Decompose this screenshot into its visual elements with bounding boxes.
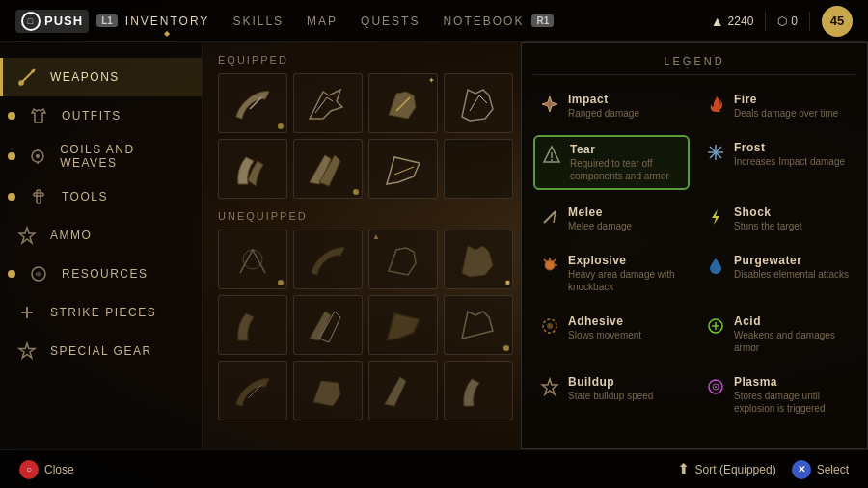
explosive-name: Explosive <box>568 254 684 267</box>
impact-name: Impact <box>568 93 639 106</box>
explosive-desc: Heavy area damage with knockback <box>568 268 684 293</box>
center-panel: EQUIPPED ✦ <box>203 42 521 449</box>
sidebar-item-strike-pieces[interactable]: STRIKE PIECES <box>0 293 202 332</box>
unequipped-slot-2[interactable] <box>293 230 363 289</box>
coils-dot <box>8 152 15 160</box>
legend-item-buildup: Buildup State buildup speed <box>533 369 690 420</box>
l1-badge: L1 <box>96 14 118 27</box>
legend-item-plasma: Plasma Stores damage until explosion is … <box>699 369 855 420</box>
frost-name: Frost <box>734 141 845 154</box>
unequipped-slot-9[interactable] <box>218 361 287 420</box>
resources-label: RESOURCES <box>62 267 149 281</box>
impact-icon <box>539 94 560 115</box>
sidebar-item-weapons[interactable]: WEAPONS <box>0 58 202 96</box>
svg-line-32 <box>544 259 547 262</box>
equipped-slot-2[interactable] <box>293 73 363 133</box>
level-badge: 45 <box>822 6 853 37</box>
unequipped-slot-6[interactable] <box>293 295 363 355</box>
top-navigation-bar: □ PUSH L1 INVENTORY SKILLS MAP QUESTS NO… <box>0 0 868 42</box>
unequipped-section-title: UNEQUIPPED <box>218 210 505 222</box>
nav-tabs: INVENTORY SKILLS MAP QUESTS NOTEBOOK <box>125 14 525 28</box>
plasma-icon <box>705 376 726 397</box>
unequipped-slot-4[interactable]: ■ <box>444 230 513 289</box>
unequipped-slot-8[interactable] <box>444 295 513 355</box>
unequipped-slot-3[interactable]: ▲ <box>368 230 438 289</box>
tab-map[interactable]: MAP <box>307 14 338 28</box>
select-label: Select <box>817 463 849 476</box>
stat-divider-2 <box>809 12 810 31</box>
unequipped-slot-7[interactable] <box>368 295 438 355</box>
sidebar-item-outfits[interactable]: OUTFITS <box>0 96 202 135</box>
equipped-slot-4[interactable] <box>444 73 513 133</box>
acid-desc: Weakens and damages armor <box>734 329 850 354</box>
unequipped-slot-10[interactable] <box>293 361 363 420</box>
close-button-icon[interactable]: ○ <box>19 460 39 479</box>
tab-quests[interactable]: QUESTS <box>361 14 420 28</box>
equipped-slot-7[interactable] <box>368 139 438 199</box>
legend-grid: Impact Ranged damage Fire Deals damage o… <box>533 87 855 420</box>
svg-rect-8 <box>34 193 43 196</box>
unequipped-slot-5[interactable] <box>218 295 287 355</box>
melee-name: Melee <box>568 205 632 219</box>
purgewater-name: Purgewater <box>734 254 849 267</box>
unequipped-slot-1[interactable] <box>218 230 287 289</box>
equipped-slot-1[interactable] <box>218 73 287 133</box>
equipped-slot-5[interactable] <box>218 139 287 199</box>
sidebar-item-ammo[interactable]: AMMO <box>0 216 202 255</box>
ammo-indicator: ✦ <box>428 76 435 85</box>
equipped-slot-3[interactable]: ✦ <box>368 73 438 133</box>
sidebar-item-special-gear[interactable]: SPECIAL GEAR <box>0 332 202 370</box>
slot-indicator <box>278 123 284 129</box>
fire-name: Fire <box>734 93 838 106</box>
equipped-slot-6[interactable] <box>293 139 363 199</box>
stat-divider <box>765 12 766 31</box>
svg-line-16 <box>394 167 414 175</box>
legend-panel: LEGEND Impact Ranged damage <box>521 42 868 449</box>
main-content: WEAPONS OUTFITS COILS AND WEAVES <box>0 42 868 449</box>
buildup-icon <box>539 376 560 397</box>
svg-point-17 <box>243 250 262 269</box>
svg-point-22 <box>551 159 553 161</box>
arrows-stat: ▲ 2240 <box>711 14 754 29</box>
outfits-icon <box>27 104 50 127</box>
resources-dot <box>8 270 15 278</box>
select-button-icon[interactable]: ✕ <box>792 460 811 479</box>
push-square-icon: □ <box>21 12 41 31</box>
acid-name: Acid <box>734 314 850 328</box>
tab-inventory[interactable]: INVENTORY <box>125 14 210 28</box>
tools-label: TooLs <box>62 190 108 203</box>
strike-pieces-label: STRIKE PIECES <box>50 306 156 319</box>
sidebar-item-tools[interactable]: TooLs <box>0 177 202 216</box>
tab-skills[interactable]: SKILLS <box>232 14 284 28</box>
coils-icon <box>27 145 48 168</box>
sidebar: WEAPONS OUTFITS COILS AND WEAVES <box>0 42 203 449</box>
svg-point-35 <box>547 323 553 329</box>
equipped-slot-8[interactable] <box>444 139 513 199</box>
resources-icon <box>27 262 50 285</box>
select-action[interactable]: ✕ Select <box>792 460 849 479</box>
adhesive-desc: Slows movement <box>568 329 641 341</box>
sidebar-item-resources[interactable]: RESOURCES <box>0 255 202 293</box>
frost-desc: Increases Impact damage <box>734 155 845 168</box>
close-action[interactable]: ○ Close <box>19 460 74 479</box>
slot-indicator <box>353 189 359 195</box>
special-gear-icon <box>15 339 39 363</box>
tools-icon <box>27 185 50 208</box>
unequipped-slot-11[interactable] <box>368 361 438 420</box>
frost-icon <box>705 142 726 163</box>
weapons-icon <box>15 66 39 89</box>
tear-name: Tear <box>570 143 682 156</box>
melee-desc: Melee damage <box>568 220 632 232</box>
explosive-icon <box>539 255 560 276</box>
legend-item-tear: Tear Required to tear off components and… <box>533 135 690 190</box>
tab-notebook[interactable]: NOTEBOOK <box>443 14 524 28</box>
unequipped-slot-12[interactable] <box>444 361 513 420</box>
bottom-bar: ○ Close ⬆ Sort (Equipped) ✕ Select <box>0 449 868 488</box>
strike-icon <box>15 301 39 324</box>
sort-action[interactable]: ⬆ Sort (Equipped) <box>677 460 776 478</box>
shard-icon: ⬡ <box>777 14 787 28</box>
sidebar-item-coils-weaves[interactable]: COILS AND WEAVES <box>0 135 202 177</box>
purgewater-icon <box>705 255 726 276</box>
legend-item-impact: Impact Ranged damage <box>533 87 690 125</box>
legend-item-acid: Acid Weakens and damages armor <box>699 309 855 360</box>
